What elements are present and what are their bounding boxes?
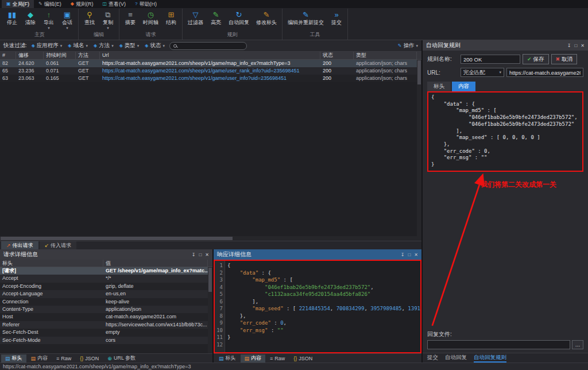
header-row-Host[interactable]: Hostcat-match.easygame2021.com bbox=[0, 313, 208, 321]
cancel-button[interactable]: ✖ 取消 bbox=[551, 54, 578, 64]
ribbon-button[interactable]: ✎编辑并重新提交 bbox=[284, 9, 327, 30]
column-header-偏移[interactable]: 偏移 bbox=[16, 52, 44, 59]
search-box[interactable] bbox=[169, 42, 247, 50]
session-vertical-scrollbar[interactable] bbox=[417, 60, 421, 236]
filter-dropdown-方法[interactable]: ◈方法▾ bbox=[94, 42, 114, 49]
menu-item-1[interactable]: ▣全局(F) bbox=[2, 0, 34, 8]
request-tab-URL 参数[interactable]: ⊕URL 参数 bbox=[103, 354, 140, 363]
ribbon-group-label: 编辑 bbox=[80, 30, 117, 40]
line-number: 7 bbox=[215, 305, 223, 313]
column-header-#[interactable]: # bbox=[0, 52, 16, 59]
column-header-状态[interactable]: 状态 bbox=[320, 52, 354, 59]
ribbon-button[interactable]: ✎修改标头 bbox=[253, 9, 280, 30]
ribbon-button[interactable]: ▽过滤器 bbox=[184, 9, 207, 30]
pause-icon: ▮▮ bbox=[8, 10, 16, 20]
menu-item-5[interactable]: ?帮助(H) bbox=[130, 0, 161, 8]
actions-menu[interactable]: ✎ 操作 ▾ bbox=[398, 42, 418, 49]
ribbon-button[interactable]: ≡摘要 bbox=[121, 9, 140, 30]
kv-column-标头[interactable]: 标头 bbox=[0, 260, 103, 267]
bottom-tab-自动回复[interactable]: 自动回复 bbox=[445, 353, 467, 363]
close-icon[interactable]: ✕ bbox=[205, 252, 209, 257]
bottom-tab-自动回复规则[interactable]: 自动回复规则 bbox=[474, 353, 506, 363]
ribbon-button[interactable]: ⚲查找 bbox=[80, 9, 99, 30]
request-tab-Raw[interactable]: ≡Raw bbox=[52, 354, 75, 363]
session-horizontal-scrollbar[interactable] bbox=[0, 236, 421, 241]
browse-button[interactable]: … bbox=[572, 340, 583, 349]
search-input[interactable] bbox=[179, 43, 243, 49]
rule-name-input[interactable] bbox=[461, 55, 520, 64]
header-row-Accept-Encoding[interactable]: Accept-Encodinggzip, deflate bbox=[0, 283, 208, 290]
float-icon[interactable]: □ bbox=[199, 252, 202, 257]
tab-label: JSON bbox=[299, 356, 312, 361]
ribbon-button[interactable]: ⊞结构 bbox=[162, 9, 180, 30]
scrollbar-thumb[interactable] bbox=[208, 268, 212, 292]
scrollbar-thumb[interactable] bbox=[1, 237, 233, 240]
session-row-65[interactable]: 6523.2360.071GEThttps://cat-match.easyga… bbox=[0, 67, 417, 75]
response-content-editor[interactable]: 123456789101112 { "data" : { "map_md5" :… bbox=[214, 260, 421, 353]
ribbon-button[interactable]: ◷时间轴 bbox=[140, 9, 162, 30]
column-header-持续时间[interactable]: 持续时间 bbox=[44, 52, 76, 59]
column-header-方法[interactable]: 方法 bbox=[76, 52, 100, 59]
session-row-63[interactable]: 6323.0630.165GEThttps://cat-match.easyga… bbox=[0, 75, 417, 82]
header-row-Sec-Fetch-Dest[interactable]: Sec-Fetch-Destempty bbox=[0, 329, 208, 336]
save-button[interactable]: ✔ 保存 bbox=[523, 54, 549, 64]
ribbon-button[interactable]: ▣会话▾ bbox=[58, 9, 76, 30]
request-tab-JSON[interactable]: {}JSON bbox=[76, 354, 103, 363]
autoreply-tab-内容[interactable]: 内容 bbox=[452, 82, 475, 91]
filter-dropdown-应用程序[interactable]: ◈应用程序▾ bbox=[32, 42, 63, 49]
header-row-Accept[interactable]: Accept*/* bbox=[0, 275, 208, 282]
flow-tab-传出请求[interactable]: ↗传出请求 bbox=[1, 241, 38, 249]
menu-item-3[interactable]: ◆规则(R) bbox=[66, 0, 98, 8]
content-icon: ▤ bbox=[245, 356, 250, 361]
kv-column-值[interactable]: 值 bbox=[103, 260, 208, 267]
float-icon[interactable]: □ bbox=[574, 43, 577, 48]
close-icon[interactable]: ✕ bbox=[414, 252, 418, 257]
scrollbar-thumb[interactable] bbox=[417, 60, 421, 84]
menu-item-4[interactable]: ◫查看(V) bbox=[98, 0, 130, 8]
header-row-Connection[interactable]: Connectionkeep-alive bbox=[0, 298, 208, 306]
reply-file-input[interactable] bbox=[427, 340, 570, 349]
red-arrow bbox=[423, 172, 588, 330]
request-vertical-scrollbar[interactable] bbox=[208, 267, 212, 353]
close-icon[interactable]: ✕ bbox=[581, 43, 585, 48]
pin-icon[interactable]: ↧ bbox=[192, 252, 196, 257]
response-tab-标头[interactable]: ▤标头 bbox=[215, 354, 240, 363]
ribbon-button[interactable]: ↻自动回复 bbox=[225, 9, 253, 30]
line-number: 9 bbox=[215, 319, 223, 327]
cell-id: 63 bbox=[0, 75, 16, 82]
ribbon-button[interactable]: ◆清除 bbox=[21, 9, 40, 30]
request-tab-标头[interactable]: ▤标头 bbox=[1, 354, 26, 363]
autoreply-content-editor[interactable]: { "data" : { "map_md5" : [ "046ef1bab26e… bbox=[427, 91, 583, 172]
header-value: gzip, deflate bbox=[103, 283, 208, 290]
header-row-[请求][interactable]: [请求]GET /sheep/v1/game/map_info_ex?matc.… bbox=[0, 267, 208, 275]
column-header-类型[interactable]: 类型 bbox=[354, 52, 417, 59]
flow-tab-传入请求[interactable]: ↙传入请求 bbox=[40, 241, 77, 249]
filter-dropdown-状态[interactable]: ◈状态▾ bbox=[145, 42, 165, 49]
ribbon-button[interactable]: ▮▮停止 bbox=[3, 9, 21, 30]
header-row-Content-Type[interactable]: Content-Typeapplication/json bbox=[0, 306, 208, 313]
session-row-82[interactable]: 8224.6200.061GEThttps://cat-match.easyga… bbox=[0, 60, 417, 67]
rule-url-input[interactable] bbox=[506, 68, 583, 77]
pin-icon[interactable]: ↧ bbox=[567, 43, 571, 48]
request-tab-内容[interactable]: ▤内容 bbox=[27, 354, 52, 363]
header-row-Accept-Language[interactable]: Accept-Languageen-us,en bbox=[0, 290, 208, 298]
ribbon-button[interactable]: ⧉复制▾ bbox=[99, 9, 117, 30]
ribbon-button[interactable]: »提交 bbox=[327, 9, 346, 30]
response-tab-内容[interactable]: ▤内容 bbox=[241, 354, 266, 363]
bottom-tab-提交[interactable]: 提交 bbox=[427, 353, 438, 363]
menu-item-2[interactable]: ✎编辑(E) bbox=[34, 0, 66, 8]
header-row-Referer[interactable]: Refererhttps://servicewechat.com/wx141bf… bbox=[0, 321, 208, 329]
match-mode-select[interactable]: 完全匹配 ▾ bbox=[461, 68, 504, 77]
response-tab-Raw[interactable]: ≡Raw bbox=[266, 354, 289, 363]
pin-icon[interactable]: ↧ bbox=[401, 252, 405, 257]
ribbon-caret-spacer bbox=[238, 26, 239, 30]
ribbon-button[interactable]: ✎高亮 bbox=[207, 9, 225, 30]
autoreply-tab-标头[interactable]: 标头 bbox=[427, 82, 451, 91]
float-icon[interactable]: □ bbox=[408, 252, 411, 257]
filter-dropdown-域名[interactable]: ◈域名▾ bbox=[68, 42, 88, 49]
filter-dropdown-类型[interactable]: ◈类型▾ bbox=[119, 42, 140, 49]
header-row-Sec-Fetch-Mode[interactable]: Sec-Fetch-Modecors bbox=[0, 337, 208, 344]
ribbon-button[interactable]: ↑导出▾ bbox=[40, 9, 58, 30]
response-tab-JSON[interactable]: {}JSON bbox=[289, 354, 316, 363]
column-header-Url[interactable]: Url bbox=[100, 52, 320, 59]
